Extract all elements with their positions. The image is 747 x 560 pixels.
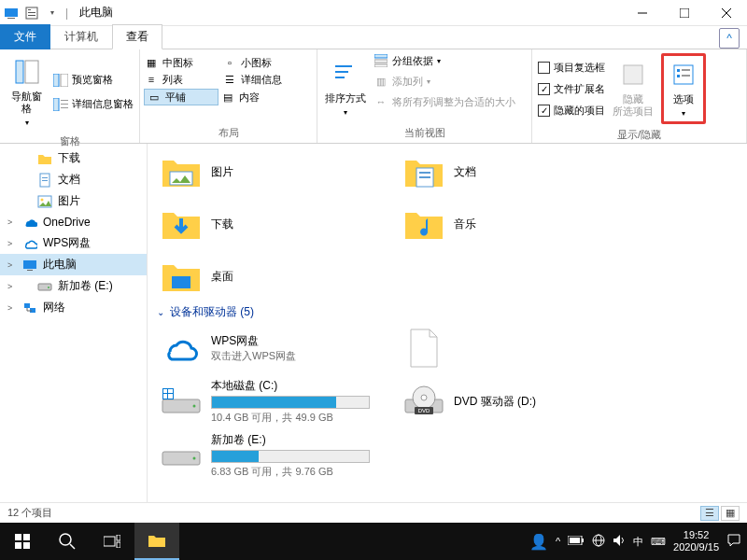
hidden-items-toggle[interactable]: ✓隐藏的项目	[538, 104, 605, 118]
ime-indicator[interactable]: 中	[633, 535, 643, 549]
drive-tile[interactable]: 新加卷 (E:)6.83 GB 可用，共 9.76 GB	[157, 430, 381, 481]
details-pane-button[interactable]: 详细信息窗格	[53, 97, 134, 112]
layout-content[interactable]: ▤内容	[220, 89, 297, 105]
view-details-button[interactable]: ☰	[700, 506, 719, 521]
tray-chevron-icon[interactable]: ^	[556, 536, 560, 547]
nav-label: 下载	[58, 150, 80, 166]
expand-icon[interactable]: >	[7, 303, 17, 313]
expand-icon[interactable]: >	[7, 239, 17, 248]
status-bar: 12 个项目 ☰ ▦	[0, 502, 747, 523]
action-center-button[interactable]	[726, 533, 741, 550]
options-button[interactable]: 选项▾	[661, 53, 706, 124]
network-icon[interactable]	[592, 534, 605, 549]
clock[interactable]: 19:52 2020/9/15	[673, 529, 719, 553]
pictures-folder-icon	[159, 149, 204, 194]
start-button[interactable]	[0, 523, 45, 560]
view-tiles-button[interactable]: ▦	[721, 506, 740, 521]
folder-tile[interactable]: 下载	[157, 200, 381, 248]
search-button[interactable]	[45, 523, 90, 560]
preview-pane-button[interactable]: 预览窗格	[53, 73, 134, 88]
content-pane[interactable]: 图片文档下载音乐桌面 ⌄ 设备和驱动器 (5) WPS网盘双击进入WPS网盘本地…	[148, 144, 747, 502]
nav-item[interactable]: 文档	[0, 169, 147, 190]
folder-tile[interactable]: 文档	[400, 147, 624, 196]
drive-tile[interactable]: WPS网盘双击进入WPS网盘	[157, 324, 381, 372]
drive-tile[interactable]	[400, 324, 624, 372]
layout-list[interactable]: ≡列表	[144, 72, 220, 87]
folder-tile[interactable]: 音乐	[400, 200, 624, 248]
tiles-icon: ▭	[147, 90, 162, 105]
svg-rect-49	[163, 389, 167, 393]
nav-item[interactable]: >OneDrive	[0, 212, 147, 232]
nav-item[interactable]: >网络	[0, 297, 147, 318]
nav-item[interactable]: 下载	[0, 147, 147, 169]
layout-details[interactable]: ☰详细信息	[222, 72, 299, 87]
downloads-folder-icon	[159, 202, 204, 246]
pc-icon	[22, 258, 37, 273]
nav-item[interactable]: >WPS网盘	[0, 232, 147, 254]
sort-button[interactable]: 排序方式▾	[323, 53, 368, 122]
maximize-button[interactable]	[663, 0, 705, 26]
svg-rect-14	[53, 98, 59, 111]
cloud-icon	[159, 326, 204, 371]
file-extensions-toggle[interactable]: ✓文件扩展名	[538, 82, 605, 96]
close-button[interactable]	[705, 0, 747, 26]
qat-props-icon[interactable]	[24, 6, 39, 21]
autofit-button[interactable]: ↔将所有列调整为合适的大小	[374, 94, 515, 109]
ime-mode-icon[interactable]: ⌨	[651, 536, 666, 548]
title-bar: ▾ | 此电脑	[0, 0, 747, 26]
nav-label: 文档	[58, 172, 80, 188]
svg-rect-51	[163, 394, 167, 399]
nav-item[interactable]: >此电脑	[0, 254, 147, 275]
layout-medium[interactable]: ▦中图标	[144, 55, 220, 70]
svg-rect-44	[419, 176, 430, 178]
svg-rect-22	[374, 60, 388, 63]
volume-icon[interactable]	[613, 534, 626, 549]
group-header-devices[interactable]: ⌄ 设备和驱动器 (5)	[157, 304, 738, 320]
svg-point-59	[193, 457, 196, 460]
tab-computer[interactable]: 计算机	[50, 24, 112, 49]
people-icon[interactable]: 👤	[529, 533, 548, 551]
nav-item[interactable]: >新加卷 (E:)	[0, 275, 147, 297]
battery-icon[interactable]	[568, 536, 585, 547]
chevron-down-icon: ⌄	[157, 307, 164, 317]
navigation-tree[interactable]: 下载文档图片>OneDrive>WPS网盘>此电脑>新加卷 (E:)>网络	[0, 144, 148, 502]
ribbon-tabs: 文件 计算机 查看 ^	[0, 26, 747, 49]
svg-rect-0	[5, 8, 18, 17]
svg-rect-15	[61, 100, 68, 101]
item-checkboxes-toggle[interactable]: 项目复选框	[538, 61, 605, 75]
expand-icon[interactable]: >	[7, 282, 17, 291]
folder-tile[interactable]: 图片	[157, 147, 381, 196]
medium-icons-icon: ▦	[144, 55, 159, 70]
tab-view[interactable]: 查看	[112, 24, 162, 49]
nav-item[interactable]: 图片	[0, 190, 147, 212]
svg-rect-24	[624, 65, 642, 84]
svg-rect-70	[570, 538, 580, 543]
window-title: 此电脑	[79, 5, 113, 21]
minimize-button[interactable]	[621, 0, 663, 26]
taskview-button[interactable]	[90, 523, 134, 560]
nav-pane-button[interactable]: 导航窗格 ▾	[6, 53, 48, 131]
expand-icon[interactable]: >	[7, 217, 17, 227]
svg-rect-27	[682, 69, 690, 71]
hide-selected-button[interactable]: 隐藏所选项目	[611, 53, 655, 124]
addcols-button[interactable]: ▥添加列 ▾	[374, 74, 515, 89]
svg-point-47	[193, 405, 196, 408]
ribbon-help-button[interactable]: ^	[719, 28, 740, 49]
layout-small[interactable]: ▫小图标	[222, 55, 299, 70]
drive-tile[interactable]: DVDDVD 驱动器 (D:)	[400, 376, 624, 427]
layout-tiles[interactable]: ▭平铺	[144, 89, 218, 105]
svg-point-34	[41, 198, 44, 201]
expand-icon[interactable]: >	[7, 260, 17, 270]
drive-tile[interactable]: 本地磁盘 (C:)10.4 GB 可用，共 49.9 GB	[157, 376, 381, 427]
folder-tile[interactable]: 桌面	[157, 252, 381, 301]
svg-rect-23	[374, 64, 388, 67]
svg-rect-31	[42, 177, 48, 178]
qat-dropdown-icon[interactable]: ▾	[45, 6, 60, 21]
nav-label: 此电脑	[43, 257, 77, 273]
svg-rect-17	[61, 107, 68, 108]
explorer-taskbar-button[interactable]	[134, 523, 179, 560]
svg-text:DVD: DVD	[418, 408, 430, 413]
system-tray[interactable]: 👤 ^ 中 ⌨ 19:52 2020/9/15	[529, 529, 747, 553]
groupby-button[interactable]: 分组依据 ▾	[374, 53, 515, 68]
tab-file[interactable]: 文件	[0, 24, 50, 49]
